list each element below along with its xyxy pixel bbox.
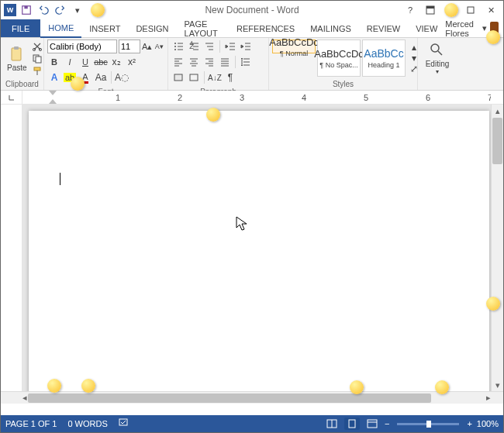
text-effects-icon[interactable]: A	[47, 70, 61, 84]
svg-rect-4	[468, 7, 474, 13]
undo-icon[interactable]	[36, 3, 50, 17]
scroll-up-icon[interactable]: ▴	[492, 105, 503, 117]
increase-indent-icon[interactable]	[239, 40, 253, 53]
home-tab[interactable]: HOME	[40, 19, 81, 38]
change-case-icon[interactable]: Aa	[94, 70, 108, 84]
copy-icon[interactable]	[30, 53, 44, 65]
horizontal-scrollbar[interactable]: ◂ ▸	[22, 392, 491, 404]
format-painter-icon[interactable]	[30, 65, 44, 77]
show-hide-icon[interactable]: ¶	[223, 70, 237, 84]
svg-point-19	[431, 44, 439, 52]
paragraph-group: 12 A↓Z ¶ Paragraph	[168, 38, 269, 90]
shrink-font-icon[interactable]: A▾	[154, 40, 165, 53]
help-icon[interactable]: ?	[401, 3, 419, 17]
annotation-callout	[206, 108, 220, 122]
view-tab[interactable]: VIEW	[408, 19, 445, 37]
qat-customize-icon[interactable]: ▾	[71, 3, 85, 17]
svg-rect-21	[119, 419, 127, 425]
paste-button[interactable]: Paste	[4, 40, 30, 77]
scroll-left-icon[interactable]: ◂	[22, 392, 27, 404]
page-layout-tab[interactable]: PAGE LAYOUT	[177, 19, 229, 37]
font-group: A▴ A▾ B I U abc x₂ x² A ab A Aa A◌ Font	[44, 38, 168, 90]
annotation-callout	[71, 77, 85, 91]
clipboard-group-label: Clipboard	[4, 78, 40, 90]
align-left-icon[interactable]	[171, 55, 185, 69]
numbering-icon[interactable]: 12	[187, 40, 201, 53]
annotation-callout	[91, 3, 105, 17]
zoom-slider-thumb[interactable]	[426, 421, 431, 428]
print-layout-icon[interactable]	[344, 418, 360, 430]
align-right-icon[interactable]	[202, 55, 216, 69]
decrease-indent-icon[interactable]	[223, 40, 237, 53]
horizontal-scroll-thumb[interactable]	[28, 393, 431, 403]
bullets-icon[interactable]	[171, 40, 185, 53]
clear-formatting-icon[interactable]: A◌	[115, 70, 129, 84]
word-app-icon[interactable]: W	[4, 4, 16, 16]
svg-point-12	[174, 43, 176, 44]
superscript-button[interactable]: x²	[125, 55, 139, 69]
zoom-slider[interactable]	[397, 423, 459, 425]
vertical-ruler[interactable]	[1, 105, 22, 391]
svg-rect-10	[36, 57, 41, 63]
page-viewport[interactable]	[22, 105, 491, 391]
align-center-icon[interactable]	[187, 55, 201, 69]
styles-gallery[interactable]: AaBbCcDc ¶ Normal AaBbCcDc ¶ No Spac... …	[272, 40, 406, 77]
justify-icon[interactable]	[218, 55, 232, 69]
italic-button[interactable]: I	[63, 55, 77, 69]
zoom-in-icon[interactable]: +	[467, 419, 471, 428]
word-count[interactable]: 0 WORDS	[67, 419, 107, 428]
redo-icon[interactable]	[54, 3, 67, 17]
annotation-callout	[444, 3, 458, 17]
zoom-out-icon[interactable]: −	[385, 419, 389, 428]
mailings-tab[interactable]: MAILINGS	[302, 19, 359, 37]
font-name-input[interactable]	[47, 40, 117, 53]
svg-rect-1	[24, 6, 27, 9]
scroll-down-icon[interactable]: ▾	[492, 379, 503, 391]
document-area: ▴ ▾	[1, 105, 503, 391]
save-icon[interactable]	[19, 3, 33, 17]
style-no-spacing[interactable]: AaBbCcDc ¶ No Spac...	[317, 40, 361, 77]
maximize-button[interactable]	[461, 3, 480, 17]
review-tab[interactable]: REVIEW	[359, 19, 408, 37]
shading-icon[interactable]	[171, 70, 185, 84]
file-tab[interactable]: FILE	[1, 19, 40, 37]
read-mode-icon[interactable]	[324, 418, 340, 430]
close-button[interactable]: ✕	[482, 3, 500, 17]
tab-selector[interactable]	[1, 91, 22, 104]
subscript-button[interactable]: x₂	[109, 55, 123, 69]
style-normal[interactable]: AaBbCcDc ¶ Normal	[272, 40, 316, 53]
zoom-level[interactable]: 100%	[477, 419, 499, 428]
font-size-input[interactable]	[119, 40, 140, 53]
strikethrough-button[interactable]: abc	[94, 55, 108, 69]
bold-button[interactable]: B	[47, 55, 61, 69]
underline-button[interactable]: U	[78, 55, 92, 69]
design-tab[interactable]: DESIGN	[128, 19, 176, 37]
svg-rect-18	[190, 74, 198, 81]
proofing-icon[interactable]	[119, 418, 129, 429]
svg-point-14	[174, 49, 176, 50]
svg-rect-24	[368, 420, 377, 428]
cut-icon[interactable]	[30, 41, 44, 53]
ribbon-display-options-icon[interactable]	[421, 3, 440, 17]
multilevel-list-icon[interactable]	[202, 40, 216, 53]
editing-group: Editing ▾	[418, 38, 457, 90]
ruler-bar: 1 2 3 4 5 6 7	[1, 91, 503, 105]
horizontal-ruler[interactable]: 1 2 3 4 5 6 7	[22, 91, 491, 104]
hanging-indent-icon[interactable]	[49, 96, 57, 104]
style-heading-1[interactable]: AaBbCc Heading 1	[362, 40, 406, 77]
vertical-scrollbar[interactable]: ▴ ▾	[491, 105, 503, 391]
sort-icon[interactable]: A↓Z	[208, 70, 222, 84]
annotation-callout	[81, 379, 95, 393]
web-layout-icon[interactable]	[364, 418, 380, 430]
editing-button[interactable]: Editing ▾	[421, 40, 454, 77]
quick-access-toolbar: W ▾	[1, 3, 88, 17]
references-tab[interactable]: REFERENCES	[229, 19, 302, 37]
grow-font-icon[interactable]: A▴	[142, 40, 153, 53]
line-spacing-icon[interactable]	[239, 55, 253, 69]
insert-tab[interactable]: INSERT	[81, 19, 128, 37]
chevron-down-icon: ▾	[482, 23, 487, 33]
document-page[interactable]	[29, 111, 489, 391]
page-count[interactable]: PAGE 1 OF 1	[5, 419, 57, 428]
vertical-scroll-thumb[interactable]	[492, 118, 502, 164]
borders-icon[interactable]	[187, 70, 201, 84]
